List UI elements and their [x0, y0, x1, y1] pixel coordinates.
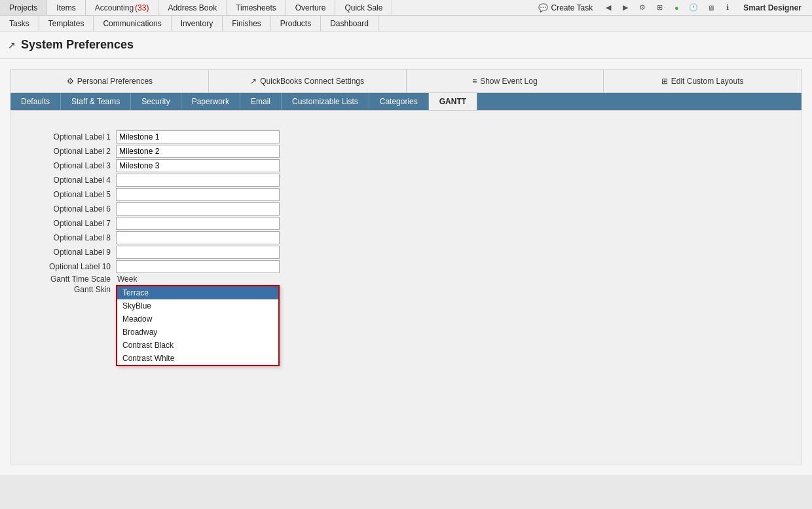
optional-label-6-input[interactable] — [116, 202, 280, 216]
optional-label-9-row: Optional Label 9 — [24, 246, 788, 259]
pref-tab-customlayouts[interactable]: ⊞ Edit Custom Layouts — [604, 70, 801, 92]
nav-inventory[interactable]: Inventory — [172, 16, 223, 31]
sub-tab-categories[interactable]: Categories — [369, 93, 429, 110]
optional-label-1-row: Optional Label 1 — [24, 130, 788, 143]
optional-label-6-row: Optional Label 6 — [24, 202, 788, 216]
sub-tab-customizable-lists[interactable]: Customizable Lists — [282, 93, 369, 110]
sub-tab-gantt[interactable]: GANTT — [429, 93, 477, 110]
nav-templates[interactable]: Templates — [39, 16, 94, 31]
optional-label-8-input[interactable] — [116, 231, 280, 244]
optional-label-7-label: Optional Label 7 — [24, 219, 116, 228]
info-icon[interactable]: ℹ — [721, 1, 734, 14]
page-title: System Preferences — [21, 38, 134, 52]
gantt-time-scale-value: Week — [116, 274, 137, 284]
link-icon: ↗ — [250, 77, 257, 86]
nav-left-icon[interactable]: ◀ — [602, 1, 615, 14]
nav-right-icon[interactable]: ▶ — [619, 1, 632, 14]
gear-icon: ⚙ — [67, 77, 74, 86]
main-content: ⚙ Personal Preferences ↗ QuickBooks Conn… — [0, 59, 812, 475]
top-right-actions: 💬 Create Task ◀ ▶ ⚙ ⊞ ● 🕐 🖥 ℹ Smart Desi… — [533, 0, 812, 15]
gantt-skin-option-meadow[interactable]: Meadow — [117, 312, 278, 326]
chat-icon: 💬 — [538, 3, 548, 12]
optional-label-7-row: Optional Label 7 — [24, 217, 788, 230]
optional-label-5-row: Optional Label 5 — [24, 188, 788, 201]
create-task-button[interactable]: 💬 Create Task — [533, 2, 598, 14]
optional-label-4-label: Optional Label 4 — [24, 176, 116, 185]
pref-tab-personal[interactable]: ⚙ Personal Preferences — [11, 70, 209, 92]
nav-address-book[interactable]: Address Book — [158, 0, 227, 15]
sub-tab-defaults[interactable]: Defaults — [10, 93, 61, 110]
nav-timesheets[interactable]: Timesheets — [227, 0, 286, 15]
optional-label-1-input[interactable] — [116, 130, 280, 143]
clock-icon[interactable]: 🕐 — [687, 1, 700, 14]
nav-items[interactable]: Items — [47, 0, 85, 15]
content-panel: Optional Label 1 Optional Label 2 Option… — [10, 111, 802, 464]
optional-label-4-row: Optional Label 4 — [24, 174, 788, 187]
nav-overture[interactable]: Overture — [286, 0, 336, 15]
nav-finishes[interactable]: Finishes — [223, 16, 271, 31]
optional-label-2-label: Optional Label 2 — [24, 147, 116, 156]
optional-label-10-input[interactable] — [116, 260, 280, 273]
sub-tab-security[interactable]: Security — [131, 93, 181, 110]
optional-label-6-label: Optional Label 6 — [24, 204, 116, 214]
optional-label-3-input[interactable] — [116, 159, 280, 172]
sub-tab-email[interactable]: Email — [240, 93, 282, 110]
optional-label-3-label: Optional Label 3 — [24, 161, 116, 170]
optional-label-5-input[interactable] — [116, 188, 280, 201]
gantt-skin-label: Gantt Skin — [24, 285, 116, 294]
gantt-time-scale-row: Gantt Time Scale Week — [24, 274, 788, 284]
optional-label-10-label: Optional Label 10 — [24, 262, 116, 271]
gantt-skin-option-contrast-black[interactable]: Contrast Black — [117, 339, 278, 352]
optional-label-9-input[interactable] — [116, 246, 280, 259]
optional-label-2-input[interactable] — [116, 145, 280, 158]
optional-label-3-row: Optional Label 3 — [24, 159, 788, 172]
pref-tabs: ⚙ Personal Preferences ↗ QuickBooks Conn… — [10, 69, 802, 93]
settings-icon[interactable]: ⚙ — [636, 1, 649, 14]
pref-tab-eventlog[interactable]: ≡ Show Event Log — [407, 70, 604, 92]
gantt-time-scale-label: Gantt Time Scale — [24, 274, 116, 284]
monitor-icon[interactable]: 🖥 — [704, 1, 717, 14]
optional-label-5-label: Optional Label 5 — [24, 190, 116, 199]
nav-tasks[interactable]: Tasks — [0, 16, 39, 31]
grid-layout-icon: ⊞ — [661, 77, 668, 86]
gantt-skin-row: Gantt Skin Terrace SkyBlue Meadow Broadw… — [24, 285, 788, 294]
gantt-skin-dropdown[interactable]: Terrace SkyBlue Meadow Broadway Contrast… — [116, 285, 280, 366]
gantt-skin-option-contrast-white[interactable]: Contrast White — [117, 352, 278, 365]
gantt-skin-option-skyblue[interactable]: SkyBlue — [117, 299, 278, 312]
green-dot-icon[interactable]: ● — [670, 1, 683, 14]
gantt-skin-option-terrace[interactable]: Terrace — [117, 286, 278, 299]
optional-label-8-label: Optional Label 8 — [24, 233, 116, 242]
grid-icon[interactable]: ⊞ — [653, 1, 666, 14]
nav-accounting[interactable]: Accounting (33) — [86, 0, 159, 15]
sub-tabs: Defaults Staff & Teams Security Paperwor… — [10, 93, 802, 111]
pref-tab-quickbooks[interactable]: ↗ QuickBooks Connect Settings — [209, 70, 407, 92]
nav-products[interactable]: Products — [271, 16, 321, 31]
optional-label-8-row: Optional Label 8 — [24, 231, 788, 244]
list-icon: ≡ — [472, 77, 477, 86]
optional-label-2-row: Optional Label 2 — [24, 145, 788, 158]
sub-tab-paperwork[interactable]: Paperwork — [181, 93, 240, 110]
optional-label-9-label: Optional Label 9 — [24, 248, 116, 257]
smart-designer-button[interactable]: Smart Designer — [738, 2, 807, 14]
page-title-bar: ↗ System Preferences — [0, 31, 812, 59]
nav-quick-sale[interactable]: Quick Sale — [335, 0, 392, 15]
sub-tab-staff-teams[interactable]: Staff & Teams — [61, 93, 131, 110]
optional-label-1-label: Optional Label 1 — [24, 132, 116, 141]
nav-dashboard[interactable]: Dashboard — [321, 16, 378, 31]
gantt-form: Optional Label 1 Optional Label 2 Option… — [24, 130, 788, 294]
optional-label-10-row: Optional Label 10 — [24, 260, 788, 273]
optional-label-7-input[interactable] — [116, 217, 280, 230]
gantt-skin-option-broadway[interactable]: Broadway — [117, 326, 278, 339]
optional-label-4-input[interactable] — [116, 174, 280, 187]
nav-communications[interactable]: Communications — [94, 16, 171, 31]
second-nav-bar: Tasks Templates Communications Inventory… — [0, 16, 812, 31]
top-nav-bar: Projects Items Accounting (33) Address B… — [0, 0, 812, 16]
external-link-icon[interactable]: ↗ — [8, 40, 16, 50]
nav-projects[interactable]: Projects — [0, 0, 47, 15]
